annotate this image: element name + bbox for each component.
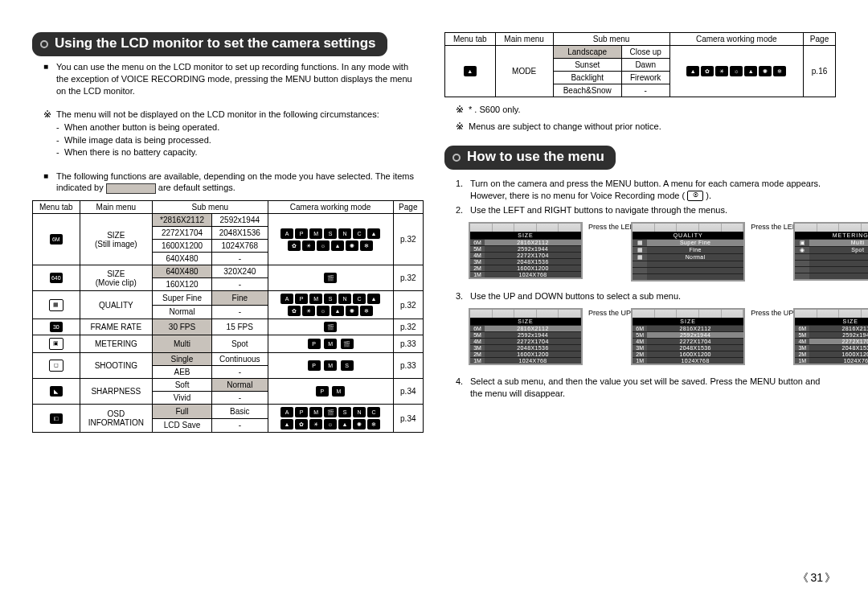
table-row: ◻ SHOOTING SingleContinuous P M S p.33 bbox=[33, 353, 424, 366]
hint-up-down: Press the UP or DOWN button. bbox=[751, 309, 788, 317]
lcd-row-2: SIZE 6M2816X2112 5M2592x1944 4M2272X1704… bbox=[467, 306, 836, 368]
lcd-size-screenshot: SIZE 6M2816X2112 5M2592x1944 4M2272X1704… bbox=[469, 222, 583, 279]
lcd-quality-screenshot: QUALITY ▦Super Fine ▦Fine ▦Normal bbox=[631, 222, 745, 282]
lcd-size-screenshot: SIZE 6M2816X2112 5M2592x1944 4M2272X1704… bbox=[469, 308, 583, 365]
intro-paragraph: ■ You can use the menu on the LCD monito… bbox=[43, 61, 420, 97]
hint-up-down: Press the UP or DOWN button. bbox=[588, 309, 625, 317]
step-1: 1. Turn on the camera and press the MENU… bbox=[456, 178, 833, 202]
default-swatch-icon bbox=[106, 183, 156, 194]
step-2: 2.Use the LEFT and RIGHT buttons to navi… bbox=[456, 204, 833, 216]
movie-mode-icon: 🎬 bbox=[324, 273, 337, 283]
hint-left-right: Press the LEFT or RIGHT button. bbox=[588, 223, 625, 231]
table-row: ▣ METERING MultiSpot P M 🎬 p.33 bbox=[33, 335, 424, 353]
page-number: 31 bbox=[797, 571, 836, 586]
square-bullet-icon: ■ bbox=[43, 171, 56, 195]
movie-mode-icon: 🎬 bbox=[324, 322, 337, 332]
hint-left-right: Press the LEFT or RIGHT button. bbox=[751, 223, 788, 231]
shooting-icon: ◻ bbox=[49, 360, 63, 372]
mode-table: Menu tab Main menu Sub menu Camera worki… bbox=[444, 32, 836, 97]
table-row: 6M SIZE(Still image) *2816X21122592x1944… bbox=[33, 214, 424, 227]
osd-icon: i□ bbox=[50, 413, 63, 424]
not-displayed-list: When another button is being operated. W… bbox=[56, 121, 424, 158]
table-row: ▦ QUALITY Super FineFine APMSNC▲✿☀☼▲✺❄ p… bbox=[33, 291, 424, 306]
camera-mode-icons: APMSNC▲✿☀☼▲✺❄ bbox=[268, 214, 393, 265]
reference-mark-icon: ※ bbox=[456, 121, 469, 133]
list-item: While image data is being processed. bbox=[56, 134, 424, 146]
list-item: When another button is being operated. bbox=[56, 121, 424, 134]
table-header-row: Menu tab Main menu Sub menu Camera worki… bbox=[33, 201, 424, 214]
quality-icon: ▦ bbox=[49, 299, 63, 311]
left-column: Using the LCD monitor to set the camera … bbox=[32, 32, 424, 433]
list-item: When there is no battery capacity. bbox=[56, 146, 424, 158]
size-6m-icon: 6M bbox=[50, 234, 63, 245]
table-row: ▲ MODE LandscapeClose up ▲✿☀☼▲✺❄ p.16 bbox=[445, 46, 836, 59]
reference-mark-icon: ※ bbox=[456, 104, 469, 116]
functions-lead: ■ The following functions are available,… bbox=[43, 171, 420, 195]
lcd-row-1: SIZE 6M2816X2112 5M2592x1944 4M2272X1704… bbox=[467, 220, 836, 284]
reference-mark-icon: ※ bbox=[43, 109, 56, 121]
heading-lcd-settings: Using the LCD monitor to set the camera … bbox=[32, 32, 387, 56]
table-row: 30 FRAME RATE 30 FPS15 FPS 🎬 p.32 bbox=[33, 319, 424, 335]
movie-640-icon: 640 bbox=[50, 273, 63, 283]
functions-table: Menu tab Main menu Sub menu Camera worki… bbox=[32, 200, 424, 433]
right-column: Menu tab Main menu Sub menu Camera worki… bbox=[444, 32, 836, 433]
table-row: 640 SIZE(Movie clip) 640X480320X240 🎬 p.… bbox=[33, 265, 424, 278]
square-bullet-icon: ■ bbox=[43, 62, 56, 97]
note-s600: ※ * . S600 only. bbox=[456, 104, 833, 116]
sharpness-icon: ◣ bbox=[50, 386, 63, 397]
metering-icon: ▣ bbox=[49, 338, 63, 350]
note-change: ※ Menus are subject to change without pr… bbox=[456, 121, 833, 133]
step-4: 4.Select a sub menu, and then the value … bbox=[456, 376, 833, 400]
voice-recording-icon: ⦿ bbox=[687, 191, 703, 201]
scene-mode-icon: ▲ bbox=[464, 66, 477, 76]
table-row: i□ OSDINFORMATION FullBasic APM🎬SNC▲✿☀☼▲… bbox=[33, 405, 424, 419]
lcd-size-screenshot-2: SIZE 6M2816X2112 5M2592x1944 4M2272X1704… bbox=[631, 308, 745, 365]
frame-rate-icon: 30 bbox=[50, 322, 63, 332]
table-header-row: Menu tab Main menu Sub menu Camera worki… bbox=[445, 33, 836, 46]
step-3: 3.Use the UP and DOWN buttons to select … bbox=[456, 290, 833, 302]
lcd-metering-screenshot: METERING ▣Multi ◉Spot bbox=[793, 222, 868, 281]
heading-how-to-use-menu: How to use the menu bbox=[444, 146, 616, 170]
lcd-size-screenshot-3: SIZE 6M2816X2112 5M2592x1944 4M2272X1704… bbox=[793, 308, 868, 365]
table-row: ◣ SHARPNESS SoftNormal P M p.34 bbox=[33, 379, 424, 392]
not-displayed-lead: ※ The menu will not be displayed on the … bbox=[43, 109, 420, 121]
